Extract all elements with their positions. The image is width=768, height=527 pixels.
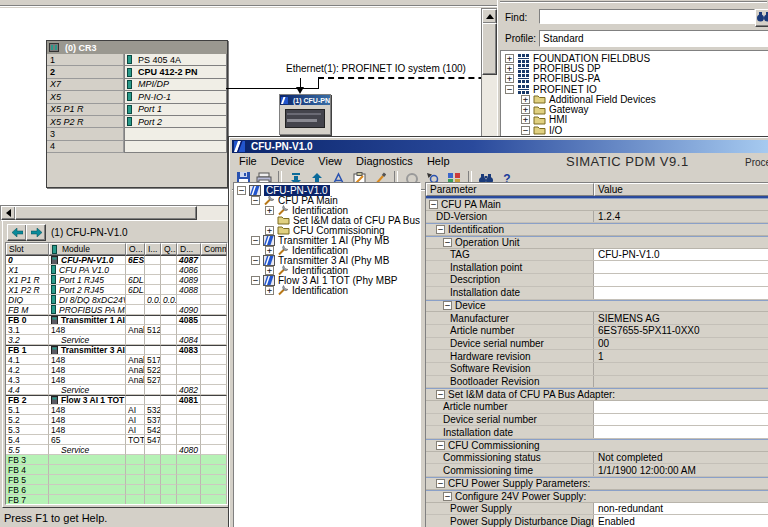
tree-item-profibus-pa[interactable]: +PROFIBUS-PA bbox=[501, 74, 768, 84]
scroll-up-button[interactable] bbox=[482, 9, 497, 24]
slot-row-5-4[interactable]: 5.465TOTA547... bbox=[6, 435, 227, 445]
collapse-box[interactable]: − bbox=[251, 196, 260, 205]
rack-row-3[interactable]: 3 bbox=[47, 128, 227, 140]
menu-file[interactable]: File bbox=[232, 154, 264, 168]
menu-help[interactable]: Help bbox=[420, 154, 457, 168]
param-value[interactable]: Enabled bbox=[594, 515, 768, 527]
tree-item-cfu-commissioning[interactable]: +CFU Commissioning bbox=[234, 225, 420, 235]
rack-row-x5[interactable]: X5PN-IO-1 bbox=[47, 91, 227, 103]
find-input[interactable] bbox=[539, 9, 755, 24]
rack-row-1[interactable]: 1PS 405 4A bbox=[47, 54, 227, 66]
slot-row-x1[interactable]: X1CFU PA V1.04086 bbox=[6, 265, 227, 275]
collapse-box[interactable]: − bbox=[436, 225, 445, 234]
tree-item-additional-field-devices[interactable]: +Additional Field Devices bbox=[501, 94, 768, 104]
expand-box[interactable]: + bbox=[265, 226, 274, 235]
tree-item-identification[interactable]: +Identification bbox=[234, 245, 420, 255]
tree-item-set-i-m-data-of-cfu-pa-bus-adapter[interactable]: Set I&M data of CFU PA Bus Adapter bbox=[234, 215, 420, 225]
slot-row-fb-3[interactable]: FB 3 bbox=[6, 455, 227, 465]
collapse-box[interactable]: − bbox=[505, 85, 514, 94]
expand-box[interactable]: + bbox=[505, 54, 514, 63]
slot-row-fb-4[interactable]: FB 4 bbox=[6, 465, 227, 475]
slot-row-fb-6[interactable]: FB 6 bbox=[6, 485, 227, 495]
tree-item-identification[interactable]: +Identification bbox=[234, 265, 420, 275]
slot-row-4-2[interactable]: 4.2148Analo522... bbox=[6, 365, 227, 375]
slot-row-5-1[interactable]: 5.1148AI532... bbox=[6, 405, 227, 415]
column-header-q[interactable]: Q... bbox=[161, 243, 177, 255]
expand-box[interactable]: + bbox=[265, 246, 274, 255]
menu-diagnostics[interactable]: Diagnostics bbox=[349, 154, 420, 168]
rack-module-cell[interactable]: PN-IO-1 bbox=[124, 91, 227, 103]
param-group-cfu-power-supply-parameters[interactable]: −CFU Power Supply Parameters: bbox=[426, 477, 768, 490]
expand-box[interactable]: + bbox=[505, 74, 514, 83]
column-header-o[interactable]: O... bbox=[126, 243, 145, 255]
rack-module-cell[interactable] bbox=[124, 141, 227, 153]
tree-item-transmitter-3-ai-phy-mb[interactable]: −Transmitter 3 AI (Phy MB bbox=[234, 255, 420, 265]
expand-box[interactable]: + bbox=[521, 115, 530, 124]
param-value[interactable]: CFU-PN-V1.0 bbox=[594, 249, 768, 261]
slot-row-3-1[interactable]: 3.1148Analo512... bbox=[6, 325, 227, 335]
collapse-box[interactable]: − bbox=[443, 238, 452, 247]
slot-row-diq[interactable]: DIQDI 8/DQ 8xDC24V/0.50.0...0.0... bbox=[6, 295, 227, 305]
tree-item-identification[interactable]: +Identification bbox=[234, 285, 420, 295]
scroll-left-button[interactable] bbox=[1, 206, 16, 220]
rack-module-cell[interactable]: Port 2 bbox=[124, 116, 227, 128]
tree-item-transmitter-1-ai-phy-mb[interactable]: −Transmitter 1 AI (Phy MB bbox=[234, 235, 420, 245]
slot-row-fb-7[interactable]: FB 7 bbox=[6, 495, 227, 505]
column-header-d[interactable]: D... bbox=[177, 243, 201, 255]
column-header-commen[interactable]: Commen bbox=[201, 243, 227, 255]
cfu-pn-device-node[interactable]: (1) CFU-PN bbox=[279, 94, 331, 135]
slot-row-0[interactable]: 0CFU-PN-V1.06ES...4087 bbox=[6, 255, 227, 265]
vertical-scrollbar-thumb[interactable] bbox=[482, 23, 497, 75]
param-group-cfu-commissioning[interactable]: −CFU Commissioning bbox=[426, 439, 768, 452]
rack-window-titlebar[interactable]: (0) CR3 bbox=[47, 41, 227, 54]
param-value[interactable] bbox=[594, 414, 768, 426]
device-node-titlebar[interactable]: (1) CFU-PN bbox=[280, 95, 330, 105]
param-value[interactable] bbox=[594, 401, 768, 413]
tree-item-cfu-pn-v1-0[interactable]: −CFU-PN-V1.0 bbox=[234, 185, 420, 195]
param-value[interactable] bbox=[594, 261, 768, 273]
param-group-configure-24v-power-supply[interactable]: −Configure 24V Power Supply: bbox=[426, 490, 768, 503]
collapse-box[interactable]: − bbox=[443, 492, 452, 501]
back-button[interactable] bbox=[7, 224, 27, 241]
param-value[interactable]: non-redundant bbox=[594, 503, 768, 515]
collapse-box[interactable]: − bbox=[251, 276, 260, 285]
expand-box[interactable]: + bbox=[265, 206, 274, 215]
find-button[interactable] bbox=[755, 9, 768, 27]
column-header-slot[interactable]: Slot bbox=[6, 243, 49, 255]
rack-module-cell[interactable]: CPU 412-2 PN bbox=[124, 66, 227, 78]
rack-row-x7[interactable]: X7MPI/DP bbox=[47, 79, 227, 91]
slot-row-fb-m[interactable]: FB MPROFIBUS PA Master4090 bbox=[6, 305, 227, 315]
collapse-box[interactable]: − bbox=[237, 186, 246, 195]
horizontal-scrollbar-thumb[interactable] bbox=[15, 206, 197, 220]
expand-box[interactable]: + bbox=[521, 95, 530, 104]
slot-row-3-2[interactable]: 3.2Service4084 bbox=[6, 335, 227, 345]
menu-device[interactable]: Device bbox=[264, 154, 312, 168]
param-group-operation-unit[interactable]: −Operation Unit bbox=[426, 236, 768, 249]
tree-item-flow-3-ai-1-tot-phy-mbp[interactable]: −Flow 3 AI 1 TOT (Phy MBP bbox=[234, 275, 420, 285]
tree-item-identification[interactable]: +Identification bbox=[234, 205, 420, 215]
slot-row-fb-5[interactable]: FB 5 bbox=[6, 475, 227, 485]
expand-box[interactable]: + bbox=[521, 105, 530, 114]
param-value[interactable] bbox=[594, 274, 768, 286]
tree-item-i-o[interactable]: −I/O bbox=[501, 125, 768, 135]
slot-row-fb-2[interactable]: FB 2Flow 3 AI 1 TOT (P4081 bbox=[6, 395, 227, 405]
slot-row-x1-p2-r[interactable]: X1 P2 RPort 2 RJ456DL...4088 bbox=[6, 285, 227, 295]
forward-button[interactable] bbox=[26, 224, 46, 241]
param-group-device[interactable]: −Device bbox=[426, 300, 768, 313]
pdm-titlebar[interactable]: CFU-PN-V1.0 bbox=[232, 140, 768, 153]
slot-row-5-5[interactable]: 5.5Service4080 bbox=[6, 445, 227, 455]
collapse-box[interactable]: − bbox=[436, 479, 445, 488]
rack-module-cell[interactable]: MPI/DP bbox=[124, 79, 227, 91]
slot-row-4-1[interactable]: 4.1148Analo517... bbox=[6, 355, 227, 365]
slot-row-x1-p1-r[interactable]: X1 P1 RPort 1 RJ456DL...4089 bbox=[6, 275, 227, 285]
param-value[interactable] bbox=[594, 287, 768, 299]
rack-module-cell[interactable]: PS 405 4A bbox=[124, 54, 227, 66]
profile-select[interactable]: Standard bbox=[539, 30, 768, 47]
param-group-cfu-pa-main[interactable]: −CFU PA Main bbox=[426, 198, 768, 211]
expand-box[interactable]: + bbox=[265, 266, 274, 275]
tree-item-hmi[interactable]: +HMI bbox=[501, 115, 768, 125]
column-header-value[interactable]: Value bbox=[594, 183, 768, 196]
collapse-box[interactable]: − bbox=[251, 236, 260, 245]
tree-item-gateway[interactable]: +Gateway bbox=[501, 104, 768, 114]
slot-row-4-3[interactable]: 4.3148Analo527... bbox=[6, 375, 227, 385]
